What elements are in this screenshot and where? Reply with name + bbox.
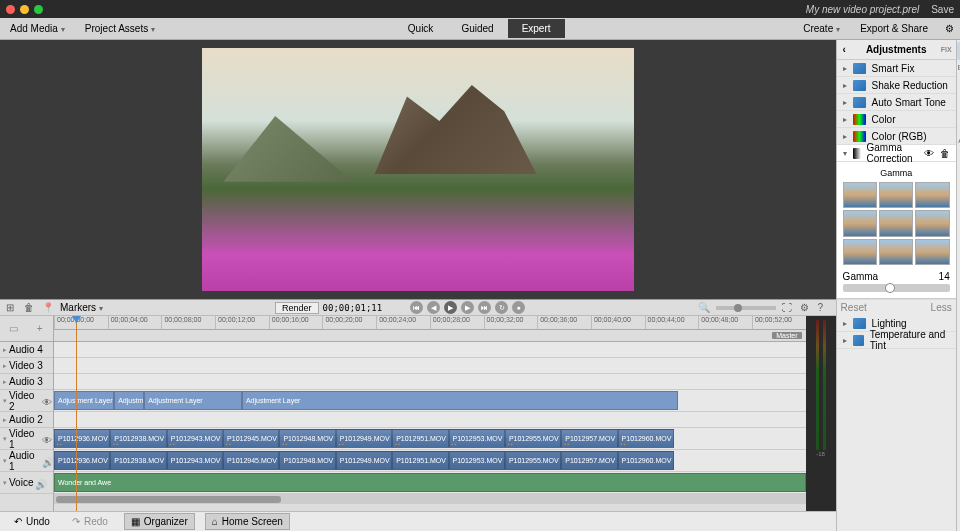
gamma-preset[interactable] (879, 182, 913, 208)
timecode[interactable]: 00;00;01;11 (323, 303, 383, 313)
tab-quick[interactable]: Quick (394, 19, 448, 38)
step-back-icon[interactable]: ◀ (427, 301, 440, 314)
gamma-preset[interactable] (843, 239, 877, 265)
clip-audio[interactable]: P1012943.MOV [A] (167, 451, 223, 470)
clip-video[interactable]: P1012951.MOV [V] (392, 429, 448, 448)
clip-video[interactable]: P1012948.MOV [V] (279, 429, 335, 448)
save-button[interactable]: Save (931, 4, 954, 15)
adj-gamma[interactable]: ▾Gamma Correction👁🗑 (837, 145, 956, 162)
track-audio2[interactable] (54, 412, 806, 428)
create-button[interactable]: Create (797, 21, 846, 36)
clip-audio[interactable]: P1012948.MOV [A] (279, 451, 335, 470)
clip-video[interactable]: P1012949.MOV [V] (336, 429, 392, 448)
playhead[interactable] (76, 316, 77, 511)
clip-video[interactable]: P1012955.MOV [V] (505, 429, 561, 448)
track-header-audio2[interactable]: ▸Audio 2 (0, 412, 53, 428)
minimize-icon[interactable] (20, 5, 29, 14)
clip-video[interactable]: P1012936.MOV [V] (54, 429, 110, 448)
adj-auto-smart-tone[interactable]: ▸Auto Smart Tone (837, 94, 956, 111)
clip-video[interactable]: P1012938.MOV [V] (110, 429, 166, 448)
clip-audio[interactable]: P1012951.MOV [A] (392, 451, 448, 470)
adj-temperature-tint[interactable]: ▸Temperature and Tint (837, 332, 956, 349)
master-badge[interactable]: Master (772, 332, 801, 339)
clip-video[interactable]: P1012957.MOV [V] (561, 429, 617, 448)
clip-video[interactable]: P1012943.MOV [V] (167, 429, 223, 448)
timeline-scrollbar[interactable] (54, 494, 806, 504)
close-icon[interactable] (6, 5, 15, 14)
track-header-voice[interactable]: ▾Voice🔊 (0, 472, 53, 494)
fullscreen-icon[interactable]: ⛶ (782, 302, 794, 314)
gamma-preset[interactable] (843, 210, 877, 236)
adjustments-header[interactable]: ‹ Adjustments FIX (837, 40, 956, 60)
zoom-slider[interactable] (716, 306, 776, 310)
tab-guided[interactable]: Guided (447, 19, 507, 38)
settings-icon[interactable]: ⚙ (800, 302, 812, 314)
clip-adj[interactable]: Adjustment Layer (54, 391, 114, 410)
clip-audio[interactable]: P1012960.MOV [A] (618, 451, 674, 470)
track-video2[interactable]: Adjustment Layer Adjustment Layer Adjust… (54, 390, 806, 412)
clip-video[interactable]: P1012960.MOV [V] (618, 429, 674, 448)
clip-adj[interactable]: Adjustment Layer (242, 391, 678, 410)
organizer-button[interactable]: ▦Organizer (124, 513, 195, 530)
track-header-video2[interactable]: ▾Video 2👁 (0, 390, 53, 412)
render-button[interactable]: Render (275, 302, 319, 314)
step-forward-icon[interactable]: ▶ (461, 301, 474, 314)
gamma-preset[interactable] (915, 182, 949, 208)
project-assets-button[interactable]: Project Assets (79, 21, 161, 36)
markers-dropdown[interactable]: Markers (60, 302, 103, 313)
marker-icon[interactable]: 📍 (42, 302, 54, 314)
adj-shake-reduction[interactable]: ▸Shake Reduction (837, 77, 956, 94)
chevron-left-icon[interactable]: ‹ (843, 44, 846, 55)
clip-adj[interactable]: Adjustment Layer (144, 391, 242, 410)
gamma-preset[interactable] (879, 210, 913, 236)
play-icon[interactable]: ▶ (444, 301, 457, 314)
adj-color[interactable]: ▸Color (837, 111, 956, 128)
trash-icon[interactable]: 🗑 (940, 148, 950, 159)
eye-icon[interactable]: 👁 (924, 148, 934, 159)
track-audio4[interactable] (54, 342, 806, 358)
clip-audio[interactable]: P1012953.MOV [A] (449, 451, 505, 470)
track-video1[interactable]: P1012936.MOV [V] P1012938.MOV [V] P10129… (54, 428, 806, 450)
help-icon[interactable]: ? (818, 302, 830, 314)
home-button[interactable]: ⌂Home Screen (205, 513, 290, 530)
preview-canvas[interactable] (202, 48, 634, 291)
track-header-video1[interactable]: ▾Video 1👁 (0, 428, 53, 450)
track-audio3[interactable] (54, 374, 806, 390)
gamma-value[interactable]: 14 (939, 271, 950, 282)
gamma-preset[interactable] (915, 210, 949, 236)
tab-expert[interactable]: Expert (508, 19, 565, 38)
adj-smart-fix[interactable]: ▸Smart Fix (837, 60, 956, 77)
gamma-preset[interactable] (915, 239, 949, 265)
gear-icon[interactable]: ⚙ (942, 22, 956, 36)
clip-audio[interactable]: P1012936.MOV [A] (54, 451, 110, 470)
track-video3[interactable] (54, 358, 806, 374)
gamma-preset[interactable] (879, 239, 913, 265)
clip-voice[interactable]: Wonder and Awe (54, 473, 806, 492)
timeline-view-2[interactable]: + (27, 316, 54, 341)
track-header-audio3[interactable]: ▸Audio 3 (0, 374, 53, 390)
gamma-preset[interactable] (843, 182, 877, 208)
clip-video[interactable]: P1012953.MOV [V] (449, 429, 505, 448)
loop-icon[interactable]: ↻ (495, 301, 508, 314)
trash-icon[interactable]: 🗑 (24, 302, 36, 314)
redo-button[interactable]: ↷Redo (66, 514, 114, 529)
gamma-slider[interactable] (843, 284, 950, 292)
track-voice[interactable]: Wonder and Awe (54, 472, 806, 494)
clip-adj[interactable]: Adjustment Layer (114, 391, 144, 410)
add-media-button[interactable]: Add Media (4, 21, 71, 36)
clip-audio[interactable]: P1012949.MOV [A] (336, 451, 392, 470)
timeline-tool-icon[interactable]: ⊞ (6, 302, 18, 314)
goto-end-icon[interactable]: ⏭ (478, 301, 491, 314)
export-share-button[interactable]: Export & Share (854, 21, 934, 36)
less-button[interactable]: Less (931, 302, 952, 313)
zoom-out-icon[interactable]: 🔍 (698, 302, 710, 313)
record-icon[interactable]: ● (512, 301, 525, 314)
goto-start-icon[interactable]: ⏮ (410, 301, 423, 314)
clip-audio[interactable]: P1012957.MOV [A] (561, 451, 617, 470)
maximize-icon[interactable] (34, 5, 43, 14)
reset-button[interactable]: Reset (841, 302, 867, 313)
timeline-view-1[interactable]: ▭ (0, 316, 27, 341)
track-audio1[interactable]: P1012936.MOV [A] P1012938.MOV [A] P10129… (54, 450, 806, 472)
track-header-audio1[interactable]: ▾Audio 1🔊 (0, 450, 53, 472)
clip-audio[interactable]: P1012938.MOV [A] (110, 451, 166, 470)
